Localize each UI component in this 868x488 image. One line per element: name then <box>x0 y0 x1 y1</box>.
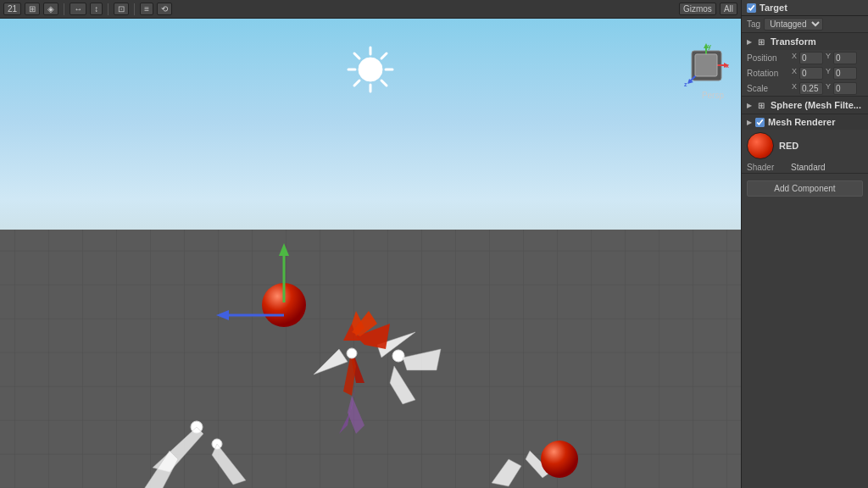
svg-point-0 <box>359 58 382 81</box>
shader-row: Shader Standard <box>742 162 868 173</box>
rotation-row: Rotation X Y <box>742 65 868 80</box>
svg-line-6 <box>381 80 387 86</box>
mesh-filter-section: ▶ ⊞ Sphere (Mesh Filte... <box>742 97 868 114</box>
position-fields: X Y <box>791 52 863 64</box>
scale-y-label: Y <box>825 82 832 95</box>
viewport[interactable]: 21 ⊞ ◈ ↔ ↕ ⊡ ≡ ⟲ Gizmos All <box>0 0 741 488</box>
rotation-label: Rotation <box>747 69 787 78</box>
svg-rect-19 <box>695 54 717 76</box>
transform-section-header[interactable]: ▶ ⊞ Transform <box>742 33 868 50</box>
scale-x-label: X <box>791 82 798 95</box>
inspector-panel: Target Tag Untagged ▶ ⊞ Transform Positi… <box>741 0 868 488</box>
position-y-field[interactable] <box>833 52 857 64</box>
main-layout: 21 ⊞ ◈ ↔ ↕ ⊡ ≡ ⟲ Gizmos All <box>0 0 868 488</box>
inspector-header: Target <box>742 0 868 16</box>
svg-text:y: y <box>708 43 711 50</box>
gizmos-button[interactable]: Gizmos <box>679 3 716 15</box>
gizmo-cube[interactable]: y x z <box>683 42 734 93</box>
toolbar-btn-play[interactable]: 21 <box>3 3 21 15</box>
shader-label: Shader <box>747 163 787 172</box>
transform-icon: ⊞ <box>755 36 767 47</box>
material-preview[interactable] <box>747 132 774 159</box>
scale-row: Scale X Y <box>742 80 868 96</box>
material-name: RED <box>779 141 798 151</box>
scale-x-field[interactable] <box>799 82 823 95</box>
scale-fields: X Y <box>791 82 863 95</box>
toolbar: 21 ⊞ ◈ ↔ ↕ ⊡ ≡ ⟲ Gizmos All <box>0 0 741 19</box>
toolbar-btn-global[interactable]: ↕ <box>90 3 103 15</box>
toolbar-btn-pivot[interactable]: ◈ <box>43 3 58 15</box>
svg-text:x: x <box>726 63 729 69</box>
mesh-renderer-section: ▶ Mesh Renderer RED Shader Standard <box>742 114 868 174</box>
toolbar-separator-3 <box>134 3 135 15</box>
mesh-filter-arrow: ▶ <box>747 102 752 109</box>
toolbar-btn-layers[interactable]: ≡ <box>140 3 153 15</box>
toolbar-separator-2 <box>108 3 108 15</box>
rotation-x-label: X <box>791 67 798 80</box>
sun-icon <box>345 44 396 95</box>
position-label: Position <box>747 53 787 63</box>
add-component-button[interactable]: Add Component <box>747 180 863 197</box>
position-y-label: Y <box>825 52 832 64</box>
transform-section: ▶ ⊞ Transform Position X Y Rotation X <box>742 33 868 97</box>
mesh-renderer-checkbox[interactable] <box>755 118 765 127</box>
mesh-filter-icon: ⊞ <box>755 99 767 111</box>
ground-grid <box>0 230 741 488</box>
transform-title: Transform <box>771 36 816 47</box>
tag-select[interactable]: Untagged <box>764 18 823 30</box>
object-active-checkbox[interactable] <box>747 3 756 13</box>
rotation-x-field[interactable] <box>799 67 823 80</box>
svg-line-5 <box>354 53 359 58</box>
scene-content: y x z Persp <box>0 19 741 488</box>
inspector-tag-row: Tag Untagged <box>742 16 868 33</box>
mesh-renderer-header[interactable]: ▶ Mesh Renderer <box>742 114 868 130</box>
mesh-filter-header[interactable]: ▶ ⊞ Sphere (Mesh Filte... <box>742 97 868 114</box>
position-x-label: X <box>791 52 798 64</box>
rotation-fields: X Y <box>791 67 863 80</box>
mesh-renderer-title: Mesh Renderer <box>768 117 835 127</box>
tag-label: Tag <box>747 19 760 29</box>
toolbar-separator-1 <box>64 3 64 15</box>
toolbar-btn-center[interactable]: ⊞ <box>25 3 40 15</box>
svg-line-8 <box>354 80 359 86</box>
mesh-renderer-arrow: ▶ <box>747 119 752 126</box>
toolbar-btn-local[interactable]: ↔ <box>70 3 86 15</box>
object-name: Target <box>760 3 787 13</box>
position-x-field[interactable] <box>799 52 823 64</box>
position-row: Position X Y <box>742 50 868 65</box>
toolbar-btn-snap[interactable]: ⊡ <box>114 3 129 15</box>
scale-label: Scale <box>747 84 787 93</box>
toolbar-btn-layout[interactable]: ⟲ <box>157 3 172 15</box>
all-button[interactable]: All <box>720 3 737 15</box>
transform-arrow: ▶ <box>747 38 752 46</box>
mesh-filter-title: Sphere (Mesh Filte... <box>771 100 861 110</box>
persp-label: Persp <box>702 91 724 100</box>
rotation-y-field[interactable] <box>833 67 857 80</box>
rotation-y-label: Y <box>825 67 832 80</box>
shader-value: Standard <box>791 163 826 172</box>
material-row: RED <box>742 130 868 162</box>
svg-line-7 <box>381 53 387 58</box>
svg-text:z: z <box>684 81 687 87</box>
scale-y-field[interactable] <box>833 82 857 95</box>
